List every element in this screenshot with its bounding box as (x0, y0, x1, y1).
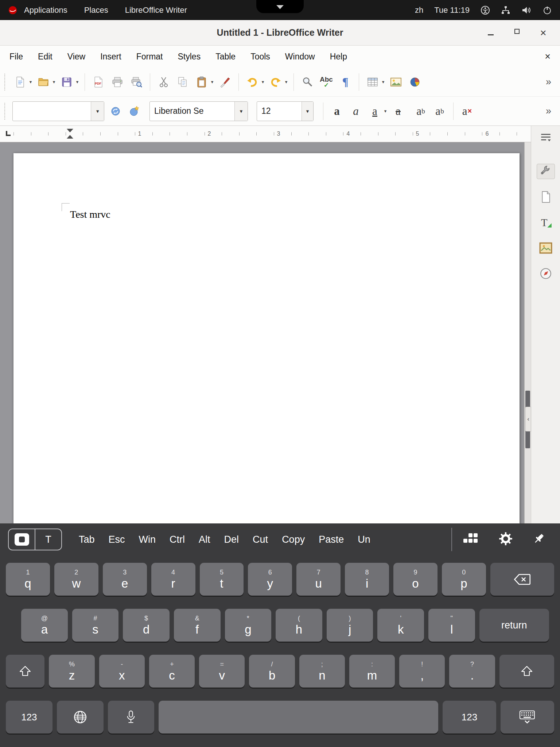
key-w[interactable]: 2w (54, 563, 98, 596)
pin-icon[interactable] (532, 532, 545, 547)
toolbar-grip[interactable] (4, 103, 7, 120)
key-n[interactable]: ;n (299, 655, 345, 688)
key-p[interactable]: 0p (442, 563, 486, 596)
insert-image-button[interactable] (387, 71, 405, 93)
font-size-input[interactable] (257, 106, 302, 116)
key-o[interactable]: 9o (393, 563, 438, 596)
clear-formatting-button[interactable]: a× (458, 100, 476, 122)
sidebar-tab-styles[interactable]: T (537, 215, 555, 230)
strikethrough-button[interactable]: a (389, 100, 407, 122)
sidebar-tab-page[interactable] (537, 189, 555, 205)
key-m[interactable]: :m (349, 655, 395, 688)
left-indent-handle[interactable] (67, 135, 73, 139)
clone-formatting-button[interactable] (216, 71, 234, 93)
paste-button[interactable] (192, 71, 211, 93)
page[interactable]: Test mrvc (13, 153, 520, 523)
insert-chart-button[interactable] (406, 71, 424, 93)
insert-table-button[interactable] (363, 71, 382, 93)
menu-table[interactable]: Table (215, 52, 236, 62)
new-document-button[interactable] (11, 71, 29, 93)
new-style-button[interactable] (125, 100, 144, 122)
kb-shortcut-paste[interactable]: Paste (319, 534, 344, 545)
kb-shortcut-copy[interactable]: Copy (282, 534, 305, 545)
save-dropdown[interactable]: ▾ (74, 79, 80, 85)
save-button[interactable] (58, 71, 76, 93)
key-d[interactable]: $d (123, 609, 170, 642)
key-a[interactable]: @a (21, 609, 68, 642)
update-style-button[interactable] (106, 100, 125, 122)
formatting-marks-button[interactable]: ¶ (336, 71, 354, 93)
kb-shortcut-undo[interactable]: Un (358, 534, 370, 545)
key-r[interactable]: 4r (151, 563, 195, 596)
menu-window[interactable]: Window (285, 52, 315, 62)
kb-shortcut-win[interactable]: Win (139, 534, 156, 545)
menu-edit[interactable]: Edit (38, 52, 52, 62)
menu-styles[interactable]: Styles (178, 52, 201, 62)
block-layout-icon[interactable] (462, 533, 479, 546)
find-replace-button[interactable] (298, 71, 316, 93)
kb-shortcut-tab[interactable]: Tab (79, 534, 95, 545)
key-t[interactable]: 5t (200, 563, 244, 596)
sidebar-settings-button[interactable] (537, 130, 555, 146)
distro-logo-icon[interactable] (8, 5, 18, 15)
menu-insert[interactable]: Insert (100, 52, 121, 62)
first-line-indent-handle[interactable] (67, 129, 73, 132)
italic-button[interactable]: a (347, 100, 365, 122)
paragraph-style-dropdown[interactable]: ▾ (91, 102, 104, 121)
menu-file[interactable]: File (9, 52, 23, 62)
underline-dropdown[interactable]: ▾ (382, 108, 388, 114)
key-y[interactable]: 6y (248, 563, 292, 596)
key-j[interactable]: )j (327, 609, 373, 642)
panel-notch[interactable] (256, 0, 304, 13)
document-canvas[interactable]: Test mrvc (0, 142, 524, 523)
key-numbers-left[interactable]: 123 (6, 701, 52, 734)
key-i[interactable]: 8i (345, 563, 389, 596)
network-icon[interactable] (501, 5, 510, 15)
undo-dropdown[interactable]: ▾ (260, 79, 266, 85)
power-icon[interactable] (542, 5, 552, 15)
redo-button[interactable] (267, 71, 285, 93)
menu-tools[interactable]: Tools (250, 52, 270, 62)
minimize-button[interactable] (486, 28, 496, 38)
menu-help[interactable]: Help (330, 52, 347, 62)
key-hide-keyboard[interactable] (501, 701, 554, 734)
key-z[interactable]: %z (49, 655, 94, 688)
kb-shortcut-ctrl[interactable]: Ctrl (170, 534, 185, 545)
undo-button[interactable] (243, 71, 261, 93)
key-b[interactable]: /b (249, 655, 295, 688)
spelling-button[interactable]: Abc ✓ (317, 71, 335, 93)
insert-table-dropdown[interactable]: ▾ (380, 79, 386, 85)
input-method-indicator[interactable]: zh (415, 5, 423, 15)
clock[interactable]: Tue 11:19 (434, 5, 470, 15)
vertical-scrollbar[interactable] (524, 142, 531, 523)
key-f[interactable]: &f (174, 609, 221, 642)
key-globe[interactable] (57, 701, 104, 734)
bold-button[interactable]: a (328, 100, 346, 122)
key-h[interactable]: (h (276, 609, 322, 642)
cut-button[interactable] (155, 71, 173, 93)
key-numbers-right[interactable]: 123 (443, 701, 496, 734)
keyboard-handle-button[interactable] (9, 529, 35, 550)
key-s[interactable]: #s (72, 609, 119, 642)
panel-menu-applications[interactable]: Applications (24, 5, 67, 15)
font-size-dropdown[interactable]: ▾ (302, 102, 313, 121)
subscript-button[interactable]: ab (431, 100, 449, 122)
tabstop-type-icon[interactable] (6, 131, 11, 136)
restore-button[interactable] (512, 28, 522, 38)
paragraph-style-input[interactable] (13, 106, 91, 116)
key-comma[interactable]: !, (399, 655, 445, 688)
kb-shortcut-alt[interactable]: Alt (199, 534, 210, 545)
underline-button[interactable]: a (366, 100, 384, 122)
open-button[interactable] (34, 71, 52, 93)
kb-shortcut-del[interactable]: Del (224, 534, 239, 545)
redo-dropdown[interactable]: ▾ (283, 79, 289, 85)
toolbar-overflow-button[interactable]: » (546, 76, 557, 88)
menu-view[interactable]: View (67, 52, 85, 62)
key-space[interactable] (159, 701, 438, 734)
key-period[interactable]: ?. (449, 655, 495, 688)
key-q[interactable]: 1q (6, 563, 50, 596)
key-shift-left[interactable] (6, 655, 44, 688)
close-button[interactable]: × (538, 28, 548, 38)
copy-button[interactable] (174, 71, 192, 93)
new-document-dropdown[interactable]: ▾ (28, 79, 34, 85)
